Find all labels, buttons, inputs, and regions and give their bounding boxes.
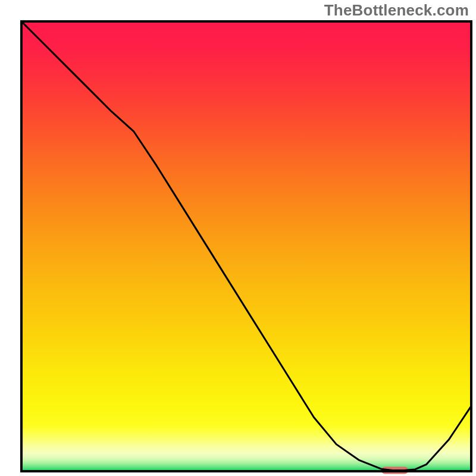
watermark-text: TheBottleneck.com bbox=[324, 1, 469, 20]
bottleneck-chart: TheBottleneck.com bbox=[0, 0, 476, 476]
chart-svg bbox=[0, 0, 476, 476]
